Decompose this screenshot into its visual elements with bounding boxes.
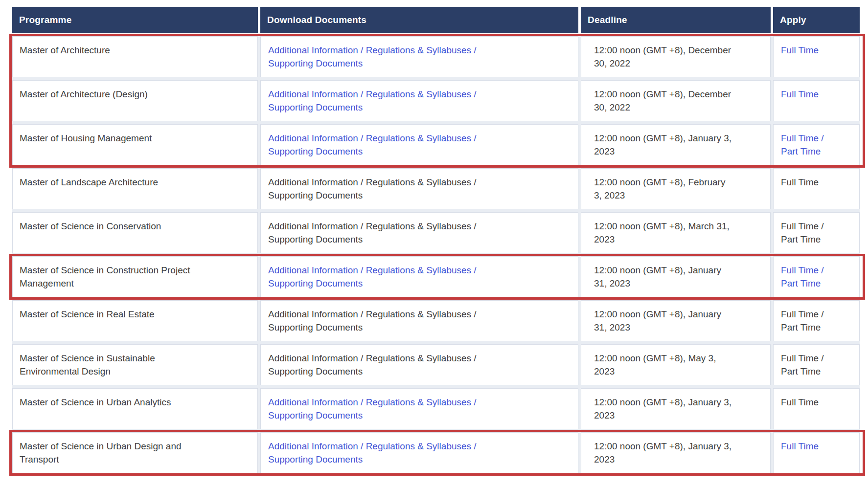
link-separator: / — [358, 265, 366, 275]
highlight-box: Master of Science in Construction Projec… — [9, 254, 865, 300]
programme-cell: Master of Architecture — [12, 36, 258, 77]
link-separator: / — [471, 265, 477, 275]
deadline-cell: 12:00 noon (GMT +8), February 3, 2023 — [581, 168, 771, 209]
table-row: Master of Science in Real EstateAddition… — [12, 300, 860, 341]
regulations-syllabuses-link[interactable]: Regulations & Syllabuses — [366, 397, 471, 407]
column-header-download-documents: Download Documents — [260, 7, 578, 33]
programme-cell: Master of Landscape Architecture — [12, 168, 258, 209]
column-header-programme: Programme — [12, 7, 258, 33]
regulations-syllabuses-link: Regulations & Syllabuses — [366, 309, 471, 319]
link-separator: / — [358, 133, 366, 143]
link-separator: / — [358, 221, 366, 231]
full-time-apply-link[interactable]: Full Time — [781, 89, 819, 99]
full-time-apply-link[interactable]: Full Time — [781, 441, 819, 451]
additional-information-link[interactable]: Additional Information — [268, 441, 358, 451]
full-time-apply-link[interactable]: Full Time — [781, 45, 819, 55]
link-separator: / — [471, 441, 477, 451]
apply-cell: Full Time / Part Time — [773, 344, 860, 385]
download-documents-cell: Additional Information / Regulations & S… — [260, 256, 578, 297]
full-time-apply-link: Full Time — [781, 177, 819, 187]
link-separator: / — [358, 397, 366, 407]
regulations-syllabuses-link[interactable]: Regulations & Syllabuses — [366, 133, 471, 143]
additional-information-link[interactable]: Additional Information — [268, 397, 358, 407]
download-documents-cell: Additional Information / Regulations & S… — [260, 124, 578, 165]
column-header-deadline: Deadline — [581, 7, 771, 33]
link-separator: / — [358, 177, 366, 187]
deadline-text: 12:00 noon (GMT +8), December 30, 2022 — [594, 88, 734, 114]
apply-cell: Full Time — [773, 432, 860, 473]
programme-name: Master of Science in Conservation — [20, 220, 215, 233]
full-time-apply-link[interactable]: Full Time — [781, 133, 819, 143]
additional-information-link[interactable]: Additional Information — [268, 45, 358, 55]
link-separator: / — [358, 353, 366, 363]
apply-cell: Full Time — [773, 168, 860, 209]
part-time-apply-link[interactable]: Part Time — [781, 278, 821, 288]
programme-name: Master of Science in Urban Analytics — [20, 396, 215, 409]
part-time-apply-link[interactable]: Part Time — [781, 146, 821, 156]
part-time-apply-link: Part Time — [781, 234, 821, 244]
additional-information-link: Additional Information — [268, 177, 358, 187]
programme-cell: Master of Housing Management — [12, 124, 258, 165]
table-row: Master of ArchitectureAdditional Informa… — [12, 36, 860, 77]
deadline-text: 12:00 noon (GMT +8), January 3, 2023 — [594, 396, 734, 422]
supporting-documents-link[interactable]: Supporting Documents — [268, 454, 363, 464]
programme-cell: Master of Science in Urban Analytics — [12, 388, 258, 429]
full-time-apply-link[interactable]: Full Time — [781, 265, 819, 275]
apply-cell: Full Time / Part Time — [773, 256, 860, 297]
deadline-cell: 12:00 noon (GMT +8), January 3, 2023 — [581, 388, 771, 429]
link-separator: / — [358, 441, 366, 451]
table-row: Master of Science in Urban AnalyticsAddi… — [12, 388, 860, 429]
link-separator: / — [471, 133, 477, 143]
link-separator: / — [358, 89, 366, 99]
programme-name: Master of Science in Urban Design and Tr… — [20, 440, 215, 466]
regulations-syllabuses-link[interactable]: Regulations & Syllabuses — [366, 45, 471, 55]
deadline-cell: 12:00 noon (GMT +8), March 31, 2023 — [581, 212, 771, 253]
link-separator: / — [819, 265, 824, 275]
programme-name: Master of Science in Real Estate — [20, 308, 215, 321]
regulations-syllabuses-link[interactable]: Regulations & Syllabuses — [366, 265, 471, 275]
apply-cell: Full Time / Part Time — [773, 124, 860, 165]
regulations-syllabuses-link: Regulations & Syllabuses — [366, 221, 471, 231]
programme-cell: Master of Science in Construction Projec… — [12, 256, 258, 297]
supporting-documents-link[interactable]: Supporting Documents — [268, 102, 363, 112]
programme-name: Master of Architecture — [20, 44, 215, 57]
link-separator: / — [471, 397, 477, 407]
full-time-apply-link: Full Time — [781, 309, 819, 319]
table-row: Master of Architecture (Design)Additiona… — [12, 80, 860, 121]
deadline-text: 12:00 noon (GMT +8), January 3, 2023 — [594, 132, 734, 158]
highlight-box: Master of Science in Urban Design and Tr… — [9, 430, 865, 476]
link-separator: / — [471, 353, 477, 363]
part-time-apply-link: Part Time — [781, 366, 821, 376]
table-row: Master of Housing ManagementAdditional I… — [12, 124, 860, 165]
table-row: Master of Landscape ArchitectureAddition… — [12, 168, 860, 209]
deadline-text: 12:00 noon (GMT +8), May 3, 2023 — [594, 352, 734, 378]
deadline-text: 12:00 noon (GMT +8), January 31, 2023 — [594, 264, 734, 290]
programme-cell: Master of Architecture (Design) — [12, 80, 258, 121]
link-separator: / — [358, 45, 366, 55]
download-documents-cell: Additional Information / Regulations & S… — [260, 432, 578, 473]
regulations-syllabuses-link[interactable]: Regulations & Syllabuses — [366, 89, 471, 99]
additional-information-link[interactable]: Additional Information — [268, 89, 358, 99]
highlight-box: Master of ArchitectureAdditional Informa… — [9, 34, 865, 168]
supporting-documents-link: Supporting Documents — [268, 366, 363, 376]
supporting-documents-link[interactable]: Supporting Documents — [268, 278, 363, 288]
supporting-documents-link[interactable]: Supporting Documents — [268, 410, 363, 420]
supporting-documents-link[interactable]: Supporting Documents — [268, 146, 363, 156]
deadline-text: 12:00 noon (GMT +8), March 31, 2023 — [594, 220, 734, 246]
supporting-documents-link[interactable]: Supporting Documents — [268, 58, 363, 68]
column-header-apply: Apply — [773, 7, 860, 33]
download-documents-cell: Additional Information / Regulations & S… — [260, 80, 578, 121]
download-documents-cell: Additional Information / Regulations & S… — [260, 388, 578, 429]
link-separator: / — [471, 45, 477, 55]
download-documents-cell: Additional Information / Regulations & S… — [260, 168, 578, 209]
supporting-documents-link: Supporting Documents — [268, 234, 363, 244]
additional-information-link[interactable]: Additional Information — [268, 265, 358, 275]
additional-information-link[interactable]: Additional Information — [268, 133, 358, 143]
regulations-syllabuses-link[interactable]: Regulations & Syllabuses — [366, 441, 471, 451]
table-row: Master of Science in ConservationAdditio… — [12, 212, 860, 253]
deadline-cell: 12:00 noon (GMT +8), January 3, 2023 — [581, 124, 771, 165]
link-separator: / — [819, 353, 824, 363]
regulations-syllabuses-link: Regulations & Syllabuses — [366, 353, 471, 363]
apply-cell: Full Time / Part Time — [773, 300, 860, 341]
programme-name: Master of Science in Construction Projec… — [20, 264, 215, 290]
